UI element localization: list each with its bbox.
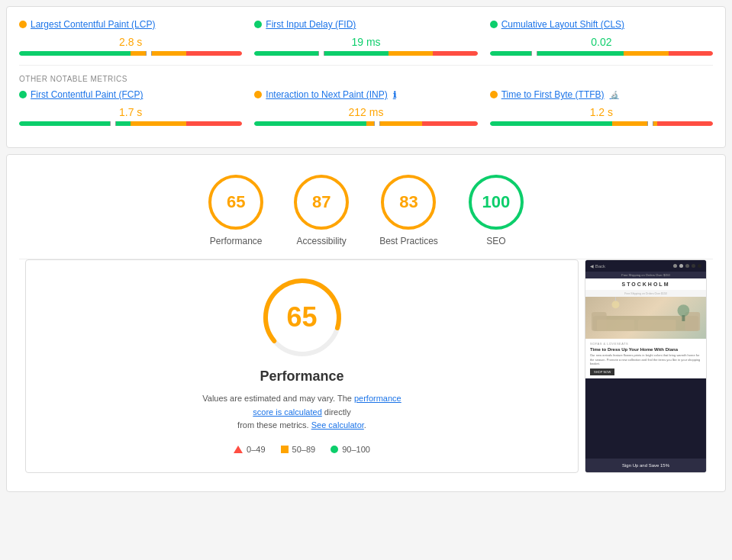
dot-4 bbox=[692, 264, 695, 268]
other-metrics-grid: First Contentful Paint (FCP) 1.7 s Inter… bbox=[19, 89, 713, 126]
legend-pass: 90–100 bbox=[331, 445, 370, 454]
lcp-bar-green bbox=[19, 51, 131, 56]
cls-metric: Cumulative Layout Shift (CLS) 0.02 bbox=[490, 19, 713, 56]
seo-circle: 100 bbox=[469, 175, 524, 230]
lcp-bar-bg bbox=[19, 51, 242, 56]
preview-panel: ◀ Back Free Shipping on Orders Over $150… bbox=[585, 259, 707, 473]
inp-bar-red bbox=[422, 121, 478, 126]
divider bbox=[19, 65, 713, 66]
lcp-label[interactable]: Largest Contentful Paint (LCP) bbox=[19, 19, 242, 30]
ttfb-bar-bg bbox=[490, 121, 713, 126]
best-practices-score-label: Best Practices bbox=[379, 236, 438, 246]
product-image bbox=[585, 297, 706, 339]
fid-label[interactable]: First Input Delay (FID) bbox=[254, 19, 477, 30]
lcp-metric: Largest Contentful Paint (LCP) 2.8 s bbox=[19, 19, 242, 56]
cls-bar bbox=[490, 51, 713, 56]
fcp-bar-orange bbox=[131, 121, 186, 126]
fcp-label[interactable]: First Contentful Paint (FCP) bbox=[19, 89, 242, 100]
ttfb-metric: Time to First Byte (TTFB) 🔬 1.2 s bbox=[490, 89, 713, 126]
best-practices-score-item[interactable]: 83 Best Practices bbox=[379, 175, 438, 246]
dot-5 bbox=[698, 264, 701, 268]
scores-row: 65 Performance 87 Accessibility 83 Best … bbox=[19, 167, 713, 259]
fid-bar-orange bbox=[389, 51, 433, 56]
cls-marker bbox=[531, 51, 537, 56]
lcp-dot bbox=[19, 21, 27, 28]
performance-score-label: Performance bbox=[210, 236, 263, 246]
detail-panel: 65 Performance Values are estimated and … bbox=[25, 259, 707, 473]
accessibility-score-item[interactable]: 87 Accessibility bbox=[294, 175, 349, 246]
see-calculator-link[interactable]: See calculator bbox=[311, 420, 364, 430]
cls-bar-orange bbox=[624, 51, 668, 56]
fcp-marker bbox=[110, 121, 116, 126]
inp-info-icon[interactable]: ℹ bbox=[393, 90, 396, 100]
fid-bar-bg bbox=[254, 51, 477, 56]
dot-3 bbox=[685, 264, 689, 268]
performance-detail: 65 Performance Values are estimated and … bbox=[25, 259, 579, 473]
article-headline: Time to Dress Up Your Home With Diana bbox=[590, 347, 701, 352]
cls-label[interactable]: Cumulative Layout Shift (CLS) bbox=[490, 19, 713, 30]
cls-dot bbox=[490, 21, 498, 28]
site-logo: STOCKHOLM bbox=[585, 278, 706, 290]
dot-1 bbox=[673, 264, 677, 268]
svg-point-7 bbox=[677, 304, 689, 317]
inp-label[interactable]: Interaction to Next Paint (INP) ℹ bbox=[254, 89, 477, 100]
lcp-bar-orange bbox=[131, 51, 186, 56]
fcp-bar-red bbox=[186, 121, 242, 126]
promo-bar: Free Shipping on Orders Over $150 bbox=[585, 272, 706, 278]
svg-rect-5 bbox=[597, 320, 634, 331]
legend-fail: 0–49 bbox=[234, 445, 265, 454]
fid-bar bbox=[254, 51, 477, 56]
performance-circle: 65 bbox=[208, 175, 263, 230]
lcp-value: 2.8 s bbox=[19, 36, 242, 48]
ttfb-label[interactable]: Time to First Byte (TTFB) 🔬 bbox=[490, 89, 713, 100]
article-content: SOFAS & LOVESEATS Time to Dress Up Your … bbox=[585, 339, 706, 378]
svg-point-9 bbox=[612, 301, 620, 308]
back-button[interactable]: ◀ Back bbox=[590, 263, 605, 269]
seo-score-value: 100 bbox=[482, 192, 510, 212]
inp-bar-bg bbox=[254, 121, 477, 126]
seo-score-label: SEO bbox=[486, 236, 505, 246]
ttfb-bar-red bbox=[657, 121, 713, 126]
product-category: SOFAS & LOVESEATS bbox=[590, 342, 701, 346]
fcp-bar bbox=[19, 121, 242, 126]
article-body: Our new arrivals feature flowers prints … bbox=[590, 353, 701, 366]
legend-green-icon bbox=[331, 446, 338, 453]
accessibility-score-value: 87 bbox=[312, 192, 331, 212]
seo-score-item[interactable]: 100 SEO bbox=[469, 175, 524, 246]
ttfb-value: 1.2 s bbox=[490, 106, 713, 118]
accessibility-circle: 87 bbox=[294, 175, 349, 230]
phone-nav: Free Shipping on Orders Over $150 bbox=[585, 290, 706, 297]
perf-description: Values are estimated and may vary. The p… bbox=[195, 392, 409, 433]
inp-bar bbox=[254, 121, 477, 126]
best-practices-score-value: 83 bbox=[399, 192, 418, 212]
fcp-dot bbox=[19, 91, 27, 98]
ttfb-experimental-icon: 🔬 bbox=[610, 91, 619, 99]
performance-score-item[interactable]: 65 Performance bbox=[208, 175, 263, 246]
phone-mockup: ◀ Back Free Shipping on Orders Over $150… bbox=[585, 260, 706, 472]
lcp-marker bbox=[146, 51, 152, 56]
inp-metric: Interaction to Next Paint (INP) ℹ 212 ms bbox=[254, 89, 477, 126]
lcp-bar-red bbox=[186, 51, 242, 56]
phone-dots bbox=[673, 264, 701, 268]
svg-rect-8 bbox=[682, 315, 685, 321]
fid-bar-red bbox=[433, 51, 477, 56]
legend-needs-improvement: 50–89 bbox=[281, 445, 316, 454]
ttfb-marker bbox=[647, 121, 653, 126]
ttfb-bar-green bbox=[490, 121, 613, 126]
scores-panel: 65 Performance 87 Accessibility 83 Best … bbox=[6, 154, 726, 492]
best-practices-circle: 83 bbox=[381, 175, 436, 230]
shop-now-button[interactable]: SHOP NOW bbox=[590, 369, 614, 375]
svg-rect-6 bbox=[638, 320, 676, 331]
signup-section: Sign Up and Save 15% bbox=[585, 459, 706, 472]
fid-dot bbox=[254, 21, 262, 28]
inp-dot bbox=[254, 91, 262, 98]
inp-value: 212 ms bbox=[254, 106, 477, 118]
inp-marker bbox=[374, 121, 380, 126]
main-metrics-grid: Largest Contentful Paint (LCP) 2.8 s Fir… bbox=[19, 19, 713, 56]
fcp-bar-bg bbox=[19, 121, 242, 126]
legend-triangle-icon bbox=[234, 446, 243, 453]
sofa-illustration bbox=[585, 297, 706, 339]
accessibility-score-label: Accessibility bbox=[296, 236, 346, 246]
score-legend: 0–49 50–89 90–100 bbox=[234, 445, 370, 454]
fid-value: 19 ms bbox=[254, 36, 477, 48]
